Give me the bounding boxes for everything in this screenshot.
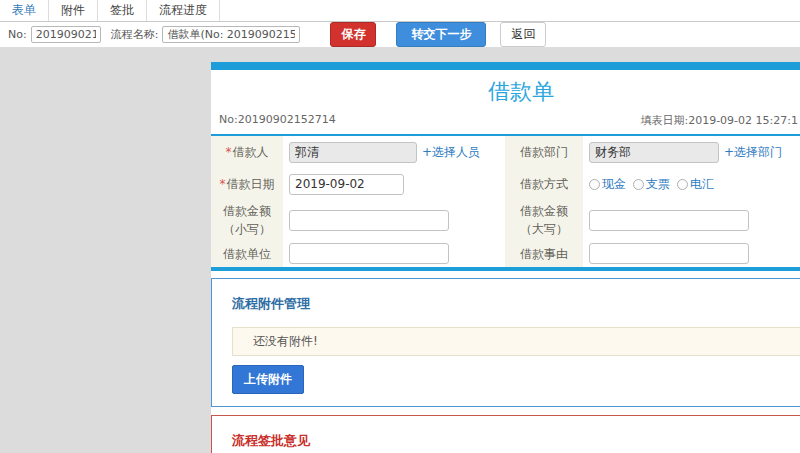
radio-wire-option[interactable]: 电汇 [677, 176, 714, 193]
loan-date-field [283, 168, 505, 200]
form-grid: *借款人 +选择人员 借款部门 +选择部门 *借款日期 借款方式 现金 [211, 136, 800, 271]
select-person-link[interactable]: +选择人员 [422, 144, 480, 161]
no-input[interactable] [31, 26, 101, 43]
amount-lowercase-label: 借款金额（小写） [211, 200, 283, 240]
department-input[interactable] [589, 142, 719, 163]
form-header: 借款单 No:20190902152714 填表日期:2019-09-02 15… [211, 70, 800, 136]
radio-cheque-option[interactable]: 支票 [633, 176, 670, 193]
loan-date-input[interactable] [289, 174, 404, 195]
flow-name-label: 流程名称: [111, 27, 159, 42]
back-button[interactable]: 返回 [500, 22, 546, 47]
forward-next-step-button[interactable]: 转交下一步 [396, 22, 486, 47]
radio-circle-icon[interactable] [633, 179, 644, 190]
loan-method-label: 借款方式 [505, 168, 583, 200]
tab-form[interactable]: 表单 [0, 0, 49, 21]
radio-circle-icon[interactable] [589, 179, 600, 190]
select-department-link[interactable]: +选择部门 [724, 144, 782, 161]
radio-cash-option[interactable]: 现金 [589, 176, 626, 193]
amount-lowercase-field [283, 200, 505, 240]
department-label: 借款部门 [505, 136, 583, 168]
page-title: 借款单 [211, 70, 800, 113]
required-mark: * [226, 145, 232, 159]
loan-unit-input[interactable] [289, 243, 449, 264]
tab-bar: 表单 附件 签批 流程进度 [0, 0, 800, 22]
loan-form-card: 借款单 No:20190902152714 填表日期:2019-09-02 15… [211, 62, 800, 271]
loan-reason-label: 借款事由 [505, 240, 583, 267]
borrower-label: *借款人 [211, 136, 283, 168]
form-number: No:20190902152714 [219, 113, 336, 128]
borrower-input[interactable] [289, 142, 417, 163]
amount-uppercase-label: 借款金额（大写） [505, 200, 583, 240]
workspace: 借款单 No:20190902152714 填表日期:2019-09-02 15… [0, 48, 800, 453]
flow-name-input[interactable] [162, 26, 300, 43]
form-top-accent-bar [211, 62, 800, 70]
approval-opinion-card: 流程签批意见 B I abc [211, 415, 800, 453]
tab-approval[interactable]: 签批 [98, 0, 147, 21]
borrower-field: +选择人员 [283, 136, 505, 168]
required-mark: * [220, 177, 226, 191]
loan-reason-field [583, 240, 800, 267]
attachment-management-card: 流程附件管理 还没有附件! 上传附件 [211, 278, 800, 407]
loan-unit-label: 借款单位 [211, 240, 283, 267]
department-field: +选择部门 [583, 136, 800, 168]
tab-process-progress[interactable]: 流程进度 [147, 0, 220, 21]
attachment-section-title: 流程附件管理 [232, 295, 800, 313]
no-label: No: [8, 28, 27, 41]
amount-lowercase-input[interactable] [289, 210, 449, 231]
loan-unit-field [283, 240, 505, 267]
header-toolbar: No: 流程名称: 保存 转交下一步 返回 [0, 22, 800, 48]
amount-uppercase-field [583, 200, 800, 240]
loan-reason-input[interactable] [589, 243, 749, 264]
upload-attachment-button[interactable]: 上传附件 [232, 365, 304, 394]
approval-section-title: 流程签批意见 [232, 432, 800, 450]
save-button[interactable]: 保存 [330, 22, 376, 47]
tab-attachment[interactable]: 附件 [49, 0, 98, 21]
fill-date: 填表日期:2019-09-02 15:27:1 [640, 113, 800, 128]
loan-date-label: *借款日期 [211, 168, 283, 200]
loan-method-field: 现金 支票 电汇 [583, 168, 800, 200]
form-meta-row: No:20190902152714 填表日期:2019-09-02 15:27:… [211, 113, 800, 134]
radio-circle-icon[interactable] [677, 179, 688, 190]
main-panel: 借款单 No:20190902152714 填表日期:2019-09-02 15… [211, 62, 800, 453]
amount-uppercase-input[interactable] [589, 210, 749, 231]
no-attachment-notice: 还没有附件! [232, 327, 800, 356]
